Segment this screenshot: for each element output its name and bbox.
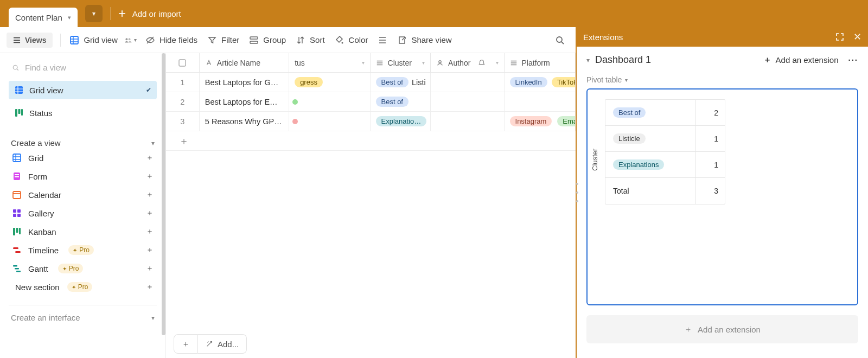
checkbox-icon xyxy=(178,59,186,67)
cluster-tag: Explanatio… xyxy=(376,116,427,126)
add-record-button[interactable]: ＋ xyxy=(174,334,198,354)
pivot-table-widget[interactable]: Cluster Best of 2 Listicle 1 Explanation… xyxy=(586,88,858,305)
pivot-total-label: Total xyxy=(605,178,695,204)
plus-icon[interactable]: ＋ xyxy=(146,171,154,181)
cell-status[interactable] xyxy=(289,92,370,111)
plus-icon[interactable]: ＋ xyxy=(146,245,154,255)
more-icon[interactable]: ··· xyxy=(848,55,858,65)
cell-status[interactable] xyxy=(289,112,370,131)
current-view-selector[interactable]: Grid view xyxy=(68,33,119,47)
find-view-input[interactable]: Find a view xyxy=(9,59,157,76)
search-icon xyxy=(12,64,20,72)
select-all-checkbox[interactable] xyxy=(166,53,200,72)
status-dot xyxy=(292,99,298,105)
view-item-grid-view[interactable]: Grid view ✔ xyxy=(9,81,157,99)
cell-article-name[interactable]: Best Laptops for G… xyxy=(200,73,289,92)
dashboard-title[interactable]: Dashboard 1 xyxy=(595,54,651,66)
table-row[interactable]: 2 Best Laptops for E… Best of xyxy=(166,92,576,112)
add-row-button[interactable]: ＋ xyxy=(166,131,576,151)
column-header-platform[interactable]: Platform xyxy=(505,53,576,72)
view-item-status[interactable]: Status xyxy=(9,104,157,122)
create-view-calendar[interactable]: Calendar ＋ xyxy=(9,186,157,204)
add-extension-button[interactable]: ＋ Add an extension xyxy=(763,55,839,65)
row-number: 3 xyxy=(166,112,200,131)
cell-cluster[interactable]: Explanatio… xyxy=(371,112,431,131)
status-dot xyxy=(292,119,298,124)
multiselect-icon xyxy=(376,59,384,67)
plus-icon[interactable]: ＋ xyxy=(146,282,154,292)
plus-icon[interactable]: ＋ xyxy=(146,190,154,200)
cell-author[interactable] xyxy=(431,92,504,111)
view-type-label: Gallery xyxy=(28,209,54,218)
pivot-row-value: 1 xyxy=(695,126,725,151)
search-icon xyxy=(555,35,565,45)
gallery-icon xyxy=(12,208,22,218)
filter-button[interactable]: Filter xyxy=(206,33,240,47)
chevron-down-icon: ▾ xyxy=(151,314,155,322)
chevron-down-icon[interactable]: ▾ xyxy=(496,60,499,66)
hide-fields-label: Hide fields xyxy=(159,35,197,44)
close-icon[interactable]: ✕ xyxy=(853,31,861,43)
create-view-gallery[interactable]: Gallery ＋ xyxy=(9,204,157,222)
cluster-tag: Best of xyxy=(376,77,409,87)
hide-fields-button[interactable]: Hide fields xyxy=(144,33,199,47)
expand-icon[interactable] xyxy=(835,32,845,42)
cell-platform[interactable] xyxy=(505,92,576,111)
column-header-author[interactable]: Author ▾ xyxy=(431,53,504,72)
plus-icon[interactable]: ＋ xyxy=(146,208,154,218)
cell-status[interactable]: gress xyxy=(289,73,370,92)
add-menu-button[interactable]: Add... xyxy=(198,334,247,354)
table-dropdown-button[interactable]: ▾ xyxy=(85,5,103,22)
cell-cluster[interactable]: Best of xyxy=(371,92,431,111)
create-view-header[interactable]: Create a view ▾ xyxy=(9,137,157,149)
plus-icon[interactable]: ＋ xyxy=(146,153,154,163)
table-row[interactable]: 1 Best Laptops for G… gress Best ofListi… xyxy=(166,73,576,92)
cell-cluster[interactable]: Best ofListi xyxy=(371,73,431,92)
svg-point-7 xyxy=(13,65,17,69)
add-extension-placeholder[interactable]: ＋ Add an extension xyxy=(586,315,858,343)
chevron-down-icon[interactable]: ▾ xyxy=(362,60,365,66)
row-height-button[interactable] xyxy=(376,33,388,47)
resize-handle[interactable] xyxy=(576,183,579,202)
chevron-down-icon: ▾ xyxy=(151,139,155,147)
create-view-kanban[interactable]: Kanban ＋ xyxy=(9,222,157,241)
create-view-timeline[interactable]: TimelinePro ＋ xyxy=(9,241,157,259)
share-icon xyxy=(397,35,407,45)
new-section-button[interactable]: New sectionPro ＋ xyxy=(9,278,157,296)
column-header-status[interactable]: tus ▾ xyxy=(289,53,370,72)
plus-icon[interactable]: ＋ xyxy=(146,264,154,273)
view-type-label: Grid xyxy=(28,154,43,163)
pivot-row: Explanations 1 xyxy=(605,152,725,178)
cell-author[interactable] xyxy=(431,73,504,92)
sort-button[interactable]: Sort xyxy=(295,33,326,47)
create-view-gantt[interactable]: GanttPro ＋ xyxy=(9,259,157,278)
create-view-form[interactable]: Form ＋ xyxy=(9,167,157,186)
cell-platform[interactable]: InstagramEmai xyxy=(505,112,576,131)
cell-article-name[interactable]: 5 Reasons Why GP… xyxy=(200,112,289,131)
plus-icon[interactable]: ＋ xyxy=(146,227,154,236)
color-button[interactable]: Color xyxy=(334,33,369,47)
create-interface-header[interactable]: Create an interface ▾ xyxy=(9,311,157,324)
pivot-table: Best of 2 Listicle 1 Explanations 1 To xyxy=(605,99,725,204)
table-row[interactable]: 3 5 Reasons Why GP… Explanatio… Instagra… xyxy=(166,112,576,131)
pivot-table-selector[interactable]: Pivot table ▾ xyxy=(586,75,858,84)
create-view-label: Create a view xyxy=(11,138,61,148)
table-tab-active[interactable]: Content Plan ▾ xyxy=(9,8,78,27)
share-view-button[interactable]: Share view xyxy=(396,33,452,47)
search-button[interactable] xyxy=(555,35,569,45)
column-header-cluster[interactable]: Cluster ▾ xyxy=(371,53,431,72)
chevron-down-icon[interactable]: ▾ xyxy=(586,56,590,64)
add-or-import-button[interactable]: Add or import xyxy=(118,9,181,18)
create-view-grid[interactable]: Grid ＋ xyxy=(9,149,157,167)
chevron-down-icon[interactable]: ▾ xyxy=(422,60,425,66)
svg-rect-25 xyxy=(15,251,21,253)
column-header-article-name[interactable]: Article Name xyxy=(200,53,289,72)
chevron-down-icon[interactable]: ▾ xyxy=(68,14,71,21)
cell-author[interactable] xyxy=(431,112,504,131)
cell-article-name[interactable]: Best Laptops for E… xyxy=(200,92,289,111)
views-button[interactable]: Views xyxy=(7,33,53,48)
group-button[interactable]: Group xyxy=(248,33,287,47)
cell-platform[interactable]: LinkedInTikTok xyxy=(505,73,576,92)
current-view-label: Grid view xyxy=(84,35,118,44)
view-sharing-badge[interactable]: ▾ xyxy=(124,36,137,44)
